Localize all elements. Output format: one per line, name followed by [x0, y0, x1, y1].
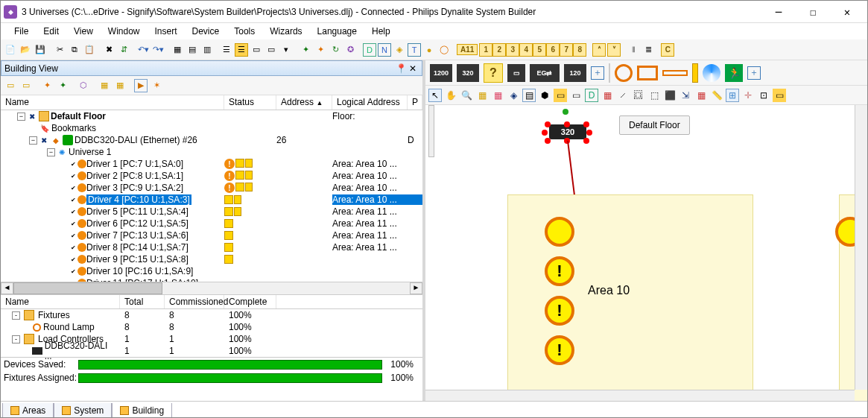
down-button[interactable]: ˅	[607, 43, 621, 57]
driver-node[interactable]: Driver 3 [PC:9 U:1,SA:2]	[86, 183, 183, 193]
menu-wizards[interactable]: Wizards	[262, 25, 309, 38]
menu-help[interactable]: Help	[364, 25, 398, 38]
bv-star-icon[interactable]: ✶	[150, 79, 163, 92]
lamp-1[interactable]	[545, 217, 574, 247]
floor-node[interactable]: Default Floor	[51, 111, 106, 121]
ctb-4[interactable]: ▤	[522, 89, 536, 102]
shape-circle[interactable]	[615, 64, 633, 82]
list1-icon[interactable]: ☰	[220, 43, 233, 57]
shape-exit-icon[interactable]: 🏃	[725, 64, 743, 82]
zoom-slider[interactable]	[428, 105, 434, 157]
menu-language[interactable]: Language	[310, 25, 364, 38]
col-name[interactable]: Name	[1, 95, 224, 110]
expander-icon[interactable]: −	[29, 136, 37, 145]
maximize-button[interactable]: ☐	[796, 1, 830, 23]
driver-node[interactable]: Driver 7 [PC:13 U:1,SA:6]	[86, 230, 189, 241]
col-logical-address[interactable]: Logical Address	[332, 95, 408, 110]
shape-long[interactable]	[662, 70, 688, 76]
paste-icon[interactable]: 📋	[83, 43, 96, 57]
wand1-icon[interactable]: ✦	[299, 43, 312, 57]
pin-icon[interactable]: 📍	[395, 63, 407, 74]
expander-icon[interactable]: −	[47, 148, 55, 156]
driver-node[interactable]: Driver 2 [PC:8 U:1,SA:1]	[86, 171, 183, 181]
close-button[interactable]: ✕	[830, 1, 864, 23]
ctb-18[interactable]: ⊡	[757, 89, 770, 102]
shape-vbar[interactable]	[692, 63, 698, 83]
sum-col-name[interactable]: Name	[1, 295, 120, 308]
hand-icon[interactable]: ✋	[444, 89, 457, 102]
driver-node[interactable]: Driver 9 [PC:15 U:1,SA:8]	[86, 254, 189, 265]
ctb-14[interactable]: ▦	[694, 89, 708, 102]
col-address[interactable]: Address ▲	[276, 95, 332, 110]
handle[interactable]	[542, 130, 548, 136]
driver-node[interactable]: Driver 6 [PC:12 U:1,SA:5]	[86, 218, 189, 229]
grid3-icon[interactable]: ▥	[200, 43, 214, 57]
tag-icon[interactable]: ◈	[393, 43, 406, 57]
ctb-6[interactable]: ▭	[554, 89, 567, 102]
driver-node[interactable]: Driver 1 [PC:7 U:1,SA:0]	[86, 159, 183, 169]
preset-4[interactable]: 4	[519, 43, 533, 57]
bulb-icon[interactable]: ●	[422, 43, 436, 57]
shape-add2-icon[interactable]: ＋	[747, 66, 761, 80]
handle[interactable]	[583, 121, 589, 127]
shape-320[interactable]: 320	[457, 64, 479, 82]
col-status[interactable]: Status	[224, 95, 276, 110]
scroll-thumb[interactable]	[13, 282, 162, 294]
layers-icon[interactable]: ◈	[507, 89, 520, 102]
bv-btn2[interactable]: ▭	[19, 79, 33, 92]
ctb-12[interactable]: ⬛	[663, 89, 677, 102]
preset-3[interactable]: 3	[506, 43, 519, 57]
list3-icon[interactable]: ▭	[250, 43, 263, 57]
driver-node[interactable]: Driver 8 [PC:14 U:1,SA:7]	[86, 242, 189, 253]
tree-hscroll[interactable]: ◄ ►	[1, 282, 422, 294]
refresh-icon[interactable]: ↻	[329, 43, 342, 57]
summary-item[interactable]: Round Lamp	[43, 322, 95, 332]
menu-device[interactable]: Device	[185, 25, 227, 38]
sum-col-complete[interactable]: Complete	[224, 295, 276, 308]
preset-6[interactable]: 6	[546, 43, 560, 57]
bv-btn3[interactable]: ✦	[40, 79, 54, 92]
n-icon[interactable]: N	[378, 43, 391, 57]
bv-btn6[interactable]: ▦	[98, 79, 111, 92]
t-icon[interactable]: T	[408, 43, 421, 57]
grid1-icon[interactable]: ▦	[171, 43, 184, 57]
expander-icon[interactable]: −	[17, 113, 25, 121]
undo-icon[interactable]: ↶▾	[136, 43, 150, 57]
handle[interactable]	[586, 130, 592, 136]
up-button[interactable]: ˄	[592, 43, 606, 57]
lamp-4-warn[interactable]	[545, 335, 574, 365]
canvas[interactable]: 320 Area 10 Default Floor	[425, 105, 867, 402]
redo-icon[interactable]: ↷▾	[151, 43, 165, 57]
sum-col-commissioned[interactable]: Commissioned	[165, 295, 224, 308]
ctb-d[interactable]: D	[585, 89, 598, 102]
shape-add-icon[interactable]: ＋	[591, 66, 604, 80]
ctb-17[interactable]: ✛	[741, 89, 755, 102]
handle[interactable]	[583, 138, 589, 144]
preset-2[interactable]: 2	[492, 43, 506, 57]
ctb-11[interactable]: ⬚	[647, 89, 661, 102]
menu-view[interactable]: View	[66, 25, 101, 38]
panel-close-icon[interactable]: ✕	[407, 63, 419, 74]
sum-col-total[interactable]: Total	[120, 295, 165, 308]
preset-7[interactable]: 7	[560, 43, 573, 57]
bv-btn7[interactable]: ▦	[113, 79, 127, 92]
scroll-left-icon[interactable]: ◄	[1, 282, 13, 294]
tab-areas[interactable]: Areas	[2, 403, 54, 418]
controller-node[interactable]: DDBC320-DALI (Ethernet) #26	[75, 135, 197, 145]
col-p[interactable]: P	[408, 95, 422, 110]
lamp-3-warn[interactable]	[545, 296, 574, 326]
menu-insert[interactable]: Insert	[148, 25, 185, 38]
copy-icon[interactable]: ⧉	[68, 43, 81, 57]
list4-icon[interactable]: ▭	[264, 43, 278, 57]
bookmarks-node[interactable]: Bookmarks	[51, 123, 96, 133]
ring-icon[interactable]: ◯	[437, 43, 451, 57]
pointer-icon[interactable]: ↖	[428, 89, 442, 102]
delete-icon[interactable]: ✖	[102, 43, 115, 57]
ctb-8[interactable]: ▦	[601, 89, 614, 102]
menu-window[interactable]: Window	[101, 25, 148, 38]
bv-play-icon[interactable]: ▶	[134, 79, 148, 92]
expander-icon[interactable]: -	[12, 311, 20, 320]
ctb-1[interactable]: ▦	[475, 89, 489, 102]
grid2-icon[interactable]: ▤	[186, 43, 199, 57]
handle[interactable]	[545, 138, 551, 144]
